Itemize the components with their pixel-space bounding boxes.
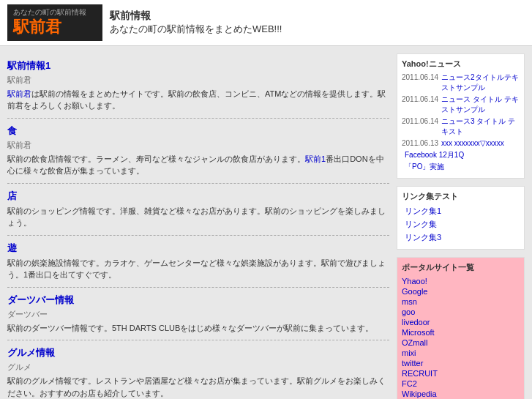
- article-body: 駅前の飲食店情報です。ラーメン、寿司など様々なジャンルの飲食店があります。駅前1…: [7, 153, 389, 177]
- news-item-4: Facebook 12月1Q: [402, 150, 520, 160]
- article-body: 駅前の娯楽施設情報です。カラオケ、ゲームセンターなど様々な娯楽施設があります。駅…: [7, 257, 389, 281]
- header-title: 駅前情報: [110, 10, 282, 23]
- header-text: 駅前情報 あなたの町の駅前情報をまとめたWEB!!!: [110, 10, 282, 36]
- news-date: 2011.06.14: [402, 116, 438, 137]
- article-title-link[interactable]: 店: [7, 190, 17, 201]
- portal-item-8[interactable]: twitter: [402, 358, 520, 368]
- news-date: 2011.06.13: [402, 138, 438, 149]
- header-subtitle: あなたの町の駅前情報をまとめたWEB!!!: [110, 23, 282, 36]
- article-2: 店駅前のショッピング情報です。洋服、雑貨など様々なお店があります。駅前のショッピ…: [7, 184, 389, 236]
- main-content: 駅前情報1駅前君駅前君は駅前の情報をまとめたサイトです。駅前の飲食店、コンビニ、…: [7, 53, 389, 399]
- portal-item-0[interactable]: Yhaoo!: [402, 276, 520, 286]
- news-link[interactable]: xxx xxxxxxx▽xxxxx: [441, 139, 504, 147]
- news-link[interactable]: ニュース2タイトルテキストサンプル: [441, 73, 519, 92]
- article-title: 店: [7, 190, 389, 203]
- article-meta: グルメ: [7, 362, 389, 373]
- news-link[interactable]: Facebook 12月1Q: [405, 151, 464, 159]
- news-item-2: 2011.06.14 ニュース3 タイトル テキスト: [402, 116, 520, 137]
- portal-item-4[interactable]: livedoor: [402, 317, 520, 327]
- logo-top-text: あなたの町の駅前情報: [13, 7, 97, 17]
- portal-item-1[interactable]: Google: [402, 286, 520, 297]
- article-meta: 駅前君: [7, 75, 389, 86]
- portal-item-7[interactable]: mixi: [402, 348, 520, 358]
- links-item-0[interactable]: リンク集1: [402, 205, 520, 217]
- article-title-link[interactable]: グルメ情報: [7, 347, 55, 358]
- article-title: グルメ情報: [7, 346, 389, 359]
- news-link-container: Facebook 12月1Q: [405, 150, 464, 160]
- news-link-container: ニュース タイトル テキストサンプル: [441, 94, 520, 115]
- news-link[interactable]: 「PO」実施: [405, 163, 444, 171]
- article-title: 遊: [7, 242, 389, 255]
- article-title-link[interactable]: ダーツバー情報: [7, 294, 74, 305]
- article-title-link[interactable]: 食: [7, 125, 17, 136]
- article-body: 駅前のショッピング情報です。洋服、雑貨など様々なお店があります。駅前のショッピン…: [7, 205, 389, 229]
- news-link-container: ニュース2タイトルテキストサンプル: [441, 72, 520, 93]
- article-meta: 駅前君: [7, 140, 389, 151]
- links-item-1[interactable]: リンク集: [402, 218, 520, 231]
- links-item-2[interactable]: リンク集3: [402, 231, 520, 244]
- portal-item-10[interactable]: FC2: [402, 379, 520, 389]
- portal-item-6[interactable]: OZmall: [402, 338, 520, 348]
- portal-box: ポータルサイト一覧 Yhaoo!GooglemsngoolivedoorMicr…: [397, 257, 525, 399]
- news-date: 2011.06.14: [402, 72, 438, 93]
- news-link-container: 「PO」実施: [405, 162, 444, 172]
- news-link[interactable]: ニュース タイトル テキストサンプル: [441, 95, 519, 113]
- portal-item-9[interactable]: RECRUIT: [402, 368, 520, 379]
- news-link[interactable]: ニュース3 タイトル テキスト: [441, 117, 515, 135]
- article-title-link[interactable]: 遊: [7, 242, 17, 253]
- article-body: 駅前君は駅前の情報をまとめたサイトです。駅前の飲食店、コンビニ、ATMなどの情報…: [7, 88, 389, 112]
- portal-item-5[interactable]: Microsoft: [402, 327, 520, 338]
- article-body: 駅前のグルメ情報です。レストランや居酒屋など様々なお店が集まっています。駅前グル…: [7, 375, 389, 399]
- article-5: グルメ情報グルメ駅前のグルメ情報です。レストランや居酒屋など様々なお店が集まって…: [7, 340, 389, 399]
- article-1: 食駅前君駅前の飲食店情報です。ラーメン、寿司など様々なジャンルの飲食店があります…: [7, 119, 389, 184]
- article-title-link[interactable]: 駅前情報1: [7, 60, 50, 71]
- logo-main-text: 駅前君: [13, 17, 97, 38]
- portal-item-2[interactable]: msn: [402, 297, 520, 307]
- article-body: 駅前のダーツバー情報です。5TH DARTS CLUBをはじめ様々なダーツバーが…: [7, 322, 389, 335]
- portal-list: Yhaoo!GooglemsngoolivedoorMicrosoftOZmal…: [402, 276, 520, 399]
- article-body-link[interactable]: 駅前君: [7, 89, 31, 98]
- news-link-container: xxx xxxxxxx▽xxxxx: [441, 138, 504, 149]
- article-3: 遊駅前の娯楽施設情報です。カラオケ、ゲームセンターなど様々な娯楽施設があります。…: [7, 236, 389, 288]
- article-0: 駅前情報1駅前君駅前君は駅前の情報をまとめたサイトです。駅前の飲食店、コンビニ、…: [7, 53, 389, 119]
- content-wrapper: 駅前情報1駅前君駅前君は駅前の情報をまとめたサイトです。駅前の飲食店、コンビニ、…: [0, 46, 532, 399]
- news-box: Yahoo!ニュース 2011.06.14 ニュース2タイトルテキストサンプル …: [397, 53, 525, 179]
- news-box-title: Yahoo!ニュース: [402, 59, 520, 70]
- links-box: リンク集テスト リンク集1リンク集リンク集3: [397, 186, 525, 250]
- article-title: 食: [7, 124, 389, 138]
- news-link-container: ニュース3 タイトル テキスト: [441, 116, 520, 137]
- article-meta: ダーツバー: [7, 309, 389, 320]
- news-item-3: 2011.06.13 xxx xxxxxxx▽xxxxx: [402, 138, 520, 149]
- portal-item-11[interactable]: Wikipedia: [402, 389, 520, 399]
- news-item-5: 「PO」実施: [402, 162, 520, 172]
- portal-item-3[interactable]: goo: [402, 307, 520, 317]
- article-body-link[interactable]: 駅前1: [305, 154, 326, 163]
- news-item-1: 2011.06.14 ニュース タイトル テキストサンプル: [402, 94, 520, 115]
- links-list: リンク集1リンク集リンク集3: [402, 205, 520, 244]
- article-title: 駅前情報1: [7, 59, 389, 72]
- portal-box-title: ポータルサイト一覧: [402, 262, 520, 273]
- article-title: ダーツバー情報: [7, 294, 389, 307]
- links-box-title: リンク集テスト: [402, 191, 520, 202]
- sidebar: Yahoo!ニュース 2011.06.14 ニュース2タイトルテキストサンプル …: [397, 53, 525, 399]
- news-date: 2011.06.14: [402, 94, 438, 115]
- header: あなたの町の駅前情報 駅前君 駅前情報 あなたの町の駅前情報をまとめたWEB!!…: [0, 0, 532, 46]
- news-list: 2011.06.14 ニュース2タイトルテキストサンプル 2011.06.14 …: [402, 72, 520, 172]
- news-item-0: 2011.06.14 ニュース2タイトルテキストサンプル: [402, 72, 520, 93]
- article-4: ダーツバー情報ダーツバー駅前のダーツバー情報です。5TH DARTS CLUBを…: [7, 288, 389, 341]
- logo-box: あなたの町の駅前情報 駅前君: [7, 4, 102, 41]
